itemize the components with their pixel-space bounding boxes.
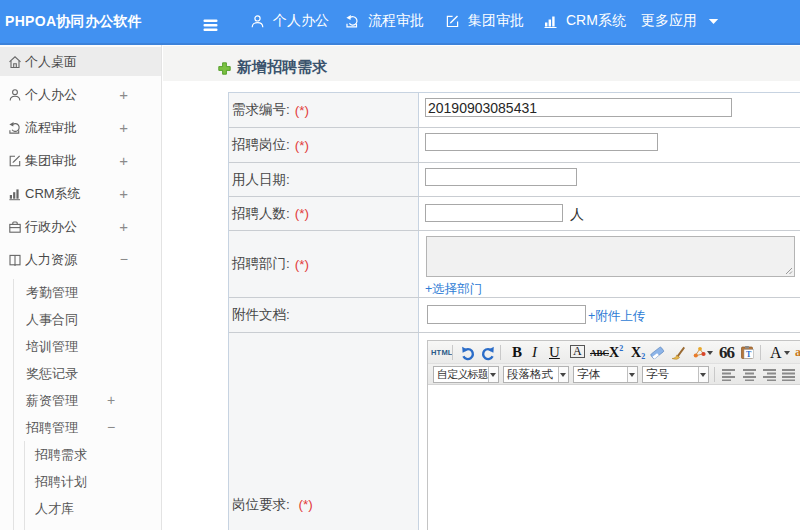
svg-text:T: T [746, 350, 752, 359]
